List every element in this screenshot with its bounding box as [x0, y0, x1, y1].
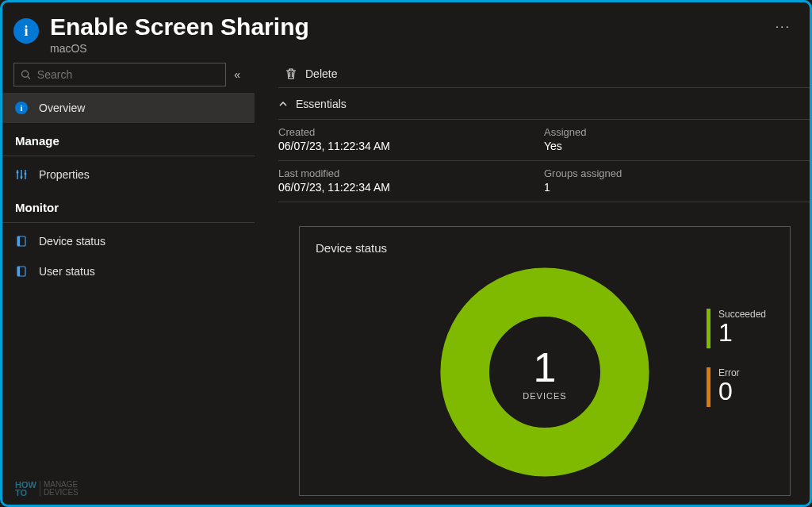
more-button[interactable]: ··· [768, 13, 799, 40]
sidebar-item-label: User status [39, 265, 95, 278]
info-icon: i [15, 102, 28, 114]
search-input-wrapper[interactable] [13, 63, 226, 86]
page-header: i Enable Screen Sharing macOS ··· [2, 2, 810, 60]
chevron-up-icon [278, 99, 288, 109]
donut-chart: 1 DEVICES [434, 261, 656, 483]
collapse-sidebar-button[interactable]: « [226, 68, 248, 81]
sidebar-item-properties[interactable]: Properties [2, 159, 255, 190]
essentials-assigned-value: Yes [544, 140, 810, 152]
sidebar-item-label: Overview [39, 102, 85, 114]
svg-point-7 [25, 173, 27, 175]
sidebar-item-overview[interactable]: i Overview [2, 93, 255, 123]
essentials-groups-label: Groups assigned [544, 167, 810, 179]
chart-title: Device status [316, 241, 774, 255]
sliders-icon [15, 168, 28, 181]
sidebar-section-monitor: Monitor [2, 190, 255, 219]
svg-point-0 [22, 71, 29, 77]
donut-center-label: DEVICES [523, 391, 566, 401]
svg-line-1 [28, 76, 30, 79]
clipboard-icon [15, 265, 28, 278]
essentials-panel: Created 06/07/23, 11:22:34 AM Assigned Y… [278, 120, 810, 202]
device-status-card: Device status 1 DEVICES Succeeded [299, 226, 791, 496]
toolbar: Delete [278, 60, 810, 88]
essentials-groups-value: 1 [544, 181, 810, 194]
donut-center-value: 1 [534, 344, 557, 391]
svg-rect-11 [17, 267, 20, 276]
essentials-created-value: 06/07/23, 11:22:34 AM [278, 140, 544, 152]
page-subtitle: macOS [50, 42, 768, 55]
legend-color-succeeded [707, 309, 710, 348]
svg-point-6 [21, 176, 23, 179]
legend-color-error [707, 367, 710, 407]
legend-succeeded-value: 1 [718, 320, 766, 345]
clipboard-icon [15, 235, 28, 248]
sidebar-item-device-status[interactable]: Device status [2, 226, 255, 256]
chart-legend: Succeeded 1 Error 0 [707, 309, 766, 426]
essentials-toggle[interactable]: Essentials [278, 88, 810, 120]
essentials-lastmod-label: Last modified [278, 167, 544, 179]
legend-item-error: Error 0 [707, 367, 766, 407]
delete-button[interactable]: Delete [278, 67, 343, 80]
legend-error-value: 0 [718, 378, 740, 404]
search-icon [21, 69, 31, 80]
sidebar-item-label: Device status [39, 235, 105, 248]
essentials-created-label: Created [278, 126, 544, 138]
essentials-assigned-label: Assigned [544, 126, 810, 138]
divider [2, 222, 255, 223]
page-title: Enable Screen Sharing [50, 13, 768, 40]
watermark: HOW TO MANAGE DEVICES [15, 481, 79, 497]
main-content: Delete Essentials Created 06/07/23, 11:2… [255, 60, 810, 503]
sidebar-item-user-status[interactable]: User status [2, 256, 255, 286]
trash-icon [285, 67, 297, 80]
delete-label: Delete [305, 67, 337, 80]
sidebar-item-label: Properties [39, 168, 90, 181]
divider [2, 156, 255, 156]
info-icon: i [13, 18, 39, 44]
svg-rect-9 [17, 236, 20, 246]
essentials-label: Essentials [296, 98, 347, 110]
svg-point-5 [17, 171, 19, 174]
search-input[interactable] [37, 68, 219, 81]
sidebar: « i Overview Manage Properties Monitor D… [2, 60, 255, 503]
legend-item-succeeded: Succeeded 1 [707, 309, 766, 348]
sidebar-section-manage: Manage [2, 123, 255, 152]
essentials-lastmod-value: 06/07/23, 11:22:34 AM [278, 181, 544, 194]
